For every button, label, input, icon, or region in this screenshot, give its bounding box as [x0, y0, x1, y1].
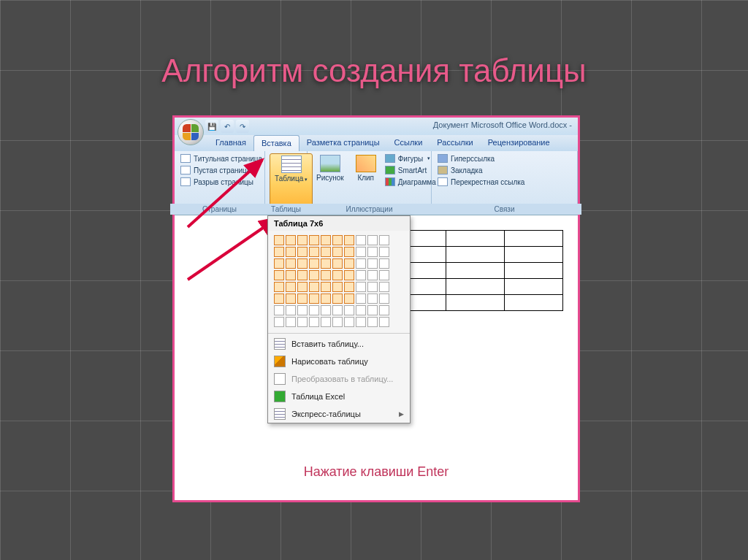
office-button[interactable] — [178, 119, 204, 145]
dd-insert-table[interactable]: Вставить таблицу... — [268, 335, 410, 353]
grid-cell[interactable] — [367, 317, 378, 327]
grid-cell[interactable] — [297, 305, 308, 315]
grid-cell[interactable] — [321, 270, 331, 280]
grid-cell[interactable] — [321, 305, 331, 315]
grid-cell[interactable] — [332, 305, 343, 315]
grid-cell[interactable] — [286, 317, 296, 327]
grid-cell[interactable] — [344, 294, 354, 304]
table-grid-picker[interactable] — [268, 231, 410, 331]
grid-cell[interactable] — [379, 247, 389, 257]
grid-cell[interactable] — [309, 270, 319, 280]
grid-cell[interactable] — [356, 282, 366, 292]
grid-cell[interactable] — [309, 235, 319, 245]
grid-cell[interactable] — [286, 247, 296, 257]
dd-quick-tables[interactable]: Экспресс-таблицы▶ — [268, 405, 410, 423]
grid-cell[interactable] — [367, 235, 378, 245]
cmd-bookmark[interactable]: Закладка — [436, 165, 526, 175]
grid-cell[interactable] — [356, 235, 366, 245]
grid-cell[interactable] — [286, 270, 296, 280]
grid-cell[interactable] — [274, 270, 284, 280]
qat-undo-icon[interactable]: ↶ — [221, 120, 234, 133]
grid-cell[interactable] — [297, 294, 308, 304]
grid-cell[interactable] — [356, 294, 366, 304]
grid-cell[interactable] — [309, 305, 319, 315]
grid-cell[interactable] — [367, 247, 378, 257]
grid-cell[interactable] — [297, 282, 308, 292]
grid-cell[interactable] — [297, 270, 308, 280]
grid-cell[interactable] — [379, 305, 389, 315]
dd-excel-table[interactable]: Таблица Excel — [268, 388, 410, 405]
grid-cell[interactable] — [309, 282, 319, 292]
cmd-blank-page[interactable]: Пустая страница — [179, 165, 264, 175]
grid-cell[interactable] — [297, 247, 308, 257]
grid-cell[interactable] — [356, 305, 366, 315]
grid-cell[interactable] — [321, 258, 331, 269]
grid-cell[interactable] — [321, 317, 331, 327]
tab-references[interactable]: Ссылки — [387, 135, 430, 151]
cmd-page-break[interactable]: Разрыв страницы — [179, 177, 264, 187]
grid-cell[interactable] — [344, 235, 354, 245]
qat-save-icon[interactable]: 💾 — [205, 120, 218, 133]
grid-cell[interactable] — [356, 270, 366, 280]
grid-cell[interactable] — [286, 235, 296, 245]
grid-cell[interactable] — [367, 305, 378, 315]
grid-cell[interactable] — [344, 270, 354, 280]
grid-cell[interactable] — [309, 317, 319, 327]
grid-cell[interactable] — [274, 282, 284, 292]
grid-cell[interactable] — [321, 235, 331, 245]
tab-layout[interactable]: Разметка страницы — [299, 135, 387, 151]
grid-cell[interactable] — [332, 258, 343, 269]
grid-cell[interactable] — [332, 294, 343, 304]
grid-cell[interactable] — [321, 282, 331, 292]
grid-cell[interactable] — [286, 282, 296, 292]
grid-cell[interactable] — [367, 282, 378, 292]
cmd-smartart[interactable]: SmartArt — [383, 165, 438, 175]
grid-cell[interactable] — [332, 317, 343, 327]
grid-cell[interactable] — [321, 294, 331, 304]
grid-cell[interactable] — [286, 294, 296, 304]
qat-redo-icon[interactable]: ↷ — [236, 120, 249, 133]
grid-cell[interactable] — [344, 247, 354, 257]
tab-insert[interactable]: Вставка — [253, 135, 299, 151]
grid-cell[interactable] — [356, 317, 366, 327]
grid-cell[interactable] — [309, 247, 319, 257]
cmd-shapes[interactable]: Фигуры — [383, 153, 438, 164]
dd-draw-table[interactable]: Нарисовать таблицу — [268, 353, 410, 370]
grid-cell[interactable] — [332, 235, 343, 245]
grid-cell[interactable] — [274, 258, 284, 269]
grid-cell[interactable] — [286, 258, 296, 269]
grid-cell[interactable] — [344, 305, 354, 315]
grid-cell[interactable] — [379, 294, 389, 304]
grid-cell[interactable] — [344, 317, 354, 327]
grid-cell[interactable] — [274, 235, 284, 245]
grid-cell[interactable] — [379, 270, 389, 280]
grid-cell[interactable] — [379, 235, 389, 245]
cmd-cover-page[interactable]: Титульная страница — [179, 153, 264, 164]
grid-cell[interactable] — [332, 270, 343, 280]
grid-cell[interactable] — [274, 247, 284, 257]
grid-cell[interactable] — [286, 305, 296, 315]
grid-cell[interactable] — [332, 247, 343, 257]
tab-mailings[interactable]: Рассылки — [430, 135, 480, 151]
grid-cell[interactable] — [297, 258, 308, 269]
cmd-chart[interactable]: Диаграмма — [383, 177, 438, 187]
grid-cell[interactable] — [332, 282, 343, 292]
grid-cell[interactable] — [297, 235, 308, 245]
grid-cell[interactable] — [274, 305, 284, 315]
grid-cell[interactable] — [344, 282, 354, 292]
grid-cell[interactable] — [309, 258, 319, 269]
cmd-crossref[interactable]: Перекрестная ссылка — [436, 177, 526, 187]
tab-home[interactable]: Главная — [208, 135, 253, 151]
tab-review[interactable]: Рецензирование — [481, 135, 557, 151]
grid-cell[interactable] — [274, 294, 284, 304]
grid-cell[interactable] — [309, 294, 319, 304]
grid-cell[interactable] — [297, 317, 308, 327]
grid-cell[interactable] — [321, 247, 331, 257]
grid-cell[interactable] — [379, 317, 389, 327]
grid-cell[interactable] — [344, 258, 354, 269]
grid-cell[interactable] — [379, 282, 389, 292]
cmd-hyperlink[interactable]: Гиперссылка — [436, 153, 526, 164]
grid-cell[interactable] — [367, 270, 378, 280]
grid-cell[interactable] — [356, 247, 366, 257]
grid-cell[interactable] — [379, 258, 389, 269]
